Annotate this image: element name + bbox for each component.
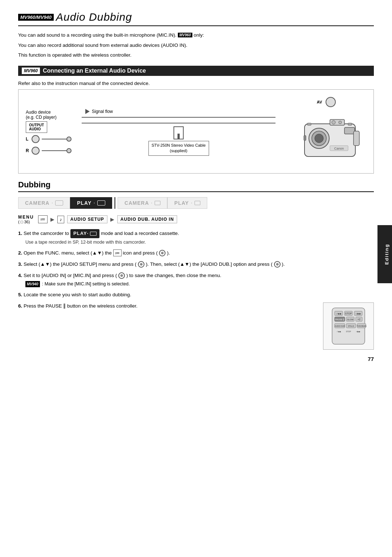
step-6: 6. Press the PAUSE ‖ button on the wirel… xyxy=(18,302,374,350)
title-model-badge: MV960/MV940 xyxy=(18,14,54,21)
circle-connector-R xyxy=(32,147,40,155)
step-2-number: 2. xyxy=(18,250,24,256)
svg-point-7 xyxy=(339,121,342,124)
steps-list: 1. Set the camcorder to PLAY· mode and l… xyxy=(18,229,374,350)
arrow-1-icon: ▶ xyxy=(50,216,54,222)
diagram-center: Signal flow STV-250N Stereo Video Cable … xyxy=(71,109,286,156)
diagram-right: AV xyxy=(286,97,366,167)
signal-flow: Signal flow xyxy=(85,109,113,114)
svg-rect-12 xyxy=(307,123,311,125)
svg-text:×2: ×2 xyxy=(358,318,360,321)
svg-rect-13 xyxy=(348,123,352,125)
circle-connector-L xyxy=(32,135,40,143)
diagram-inner: Audio device (e.g. CD player) OUTPUT AUD… xyxy=(26,97,366,167)
cable-label: STV-250N Stereo Video Cable (supplied) xyxy=(148,141,209,156)
diagram-left: Audio device (e.g. CD player) OUTPUT AUD… xyxy=(26,110,71,155)
step-6-text: 6. Press the PAUSE ‖ button on the wirel… xyxy=(18,302,316,310)
side-tab-label: Editing xyxy=(384,244,389,265)
menu-ref: ( □ 36) xyxy=(18,220,30,224)
mode-divider xyxy=(114,197,115,209)
step-3-text: Select (▲▼) the [AUDIO SETUP] menu and p… xyxy=(24,261,136,267)
svg-text:PAUSE ‖: PAUSE ‖ xyxy=(335,318,344,321)
step-4-text: Set it to [AUDIO IN] or [MIC.IN] and pre… xyxy=(24,273,117,278)
step-4-press-icon: ⊛ xyxy=(118,272,125,279)
svg-text:STOP: STOP xyxy=(346,330,351,333)
menu-icon: ≔ xyxy=(38,215,48,223)
remote-svg: -/◀◀ STOP +/▶▶ PAUSE ‖ SLOW ×2 xyxy=(327,306,370,346)
mv940-note-text: : Make sure the [MIC.IN] setting is sele… xyxy=(42,281,130,288)
step-1-text: Set the camcorder to xyxy=(24,231,70,236)
play-badge: PLAY· xyxy=(70,229,99,238)
connector-R: R xyxy=(26,147,71,155)
mv940-badge: MV940 xyxy=(25,281,40,288)
connector-L: L xyxy=(26,135,71,143)
mv960-badge-intro: MV960 xyxy=(178,33,192,37)
section1-badge: MV960 xyxy=(22,68,40,74)
func-menu-icon: ≔ xyxy=(113,249,122,256)
step-2: 2. Open the FUNC. menu, select (▲▼) the … xyxy=(18,249,374,257)
side-tab: Editing xyxy=(377,225,392,283)
cable-R xyxy=(42,150,71,151)
svg-text:SLOW: SLOW xyxy=(347,318,354,321)
title-area: MV960/MV940 Audio Dubbing xyxy=(18,11,374,26)
step-5: 5. Locate the scene you wish to start au… xyxy=(18,291,374,299)
camera-tape-label: CAMERA xyxy=(25,200,49,206)
intro-line1: You can add sound to a recording using t… xyxy=(18,31,374,39)
step-1-sub: Use a tape recorded in SP, 12-bit mode w… xyxy=(18,239,374,246)
step-2-text3: ). xyxy=(167,250,170,256)
svg-text:+/▶▶: +/▶▶ xyxy=(356,330,360,333)
camera-card-label: CAMERA xyxy=(124,200,149,206)
svg-rect-11 xyxy=(304,135,306,141)
signal-flow-label: Signal flow xyxy=(92,109,113,114)
arrow-right-icon xyxy=(85,109,90,114)
svg-text:AUDIO DUB: AUDIO DUB xyxy=(335,325,345,327)
step-6-number: 6. xyxy=(18,303,24,309)
tape-icon-2 xyxy=(97,200,105,206)
audio-icon: ♪ xyxy=(57,216,64,223)
cable-L xyxy=(42,139,71,139)
step-4-number: 4. xyxy=(18,273,24,278)
mode-play-tape: PLAY · xyxy=(70,197,112,209)
svg-text:-/◀◀: -/◀◀ xyxy=(336,330,340,333)
av-connector xyxy=(326,97,336,107)
card-icon-2 xyxy=(195,201,200,205)
menu-lines-icon: ≔ xyxy=(40,216,45,222)
camera-illustration: Canon xyxy=(286,109,366,167)
cable-line-top xyxy=(82,117,275,118)
dubbing-heading: Dubbing xyxy=(18,180,374,192)
remote-control-image: -/◀◀ STOP +/▶▶ PAUSE ‖ SLOW ×2 xyxy=(323,302,374,350)
av-label: AV xyxy=(317,100,322,104)
page-title: Audio Dubbing xyxy=(56,11,132,23)
step-1-number: 1. xyxy=(18,231,24,236)
mv940-note: MV940 : Make sure the [MIC.IN] setting i… xyxy=(18,281,374,288)
step-1: 1. Set the camcorder to PLAY· mode and l… xyxy=(18,229,374,246)
svg-point-3 xyxy=(315,134,323,143)
step-4: 4. Set it to [AUDIO IN] or [MIC.IN] and … xyxy=(18,272,374,288)
arrow-2-icon: ▶ xyxy=(110,216,114,222)
svg-text:STOP: STOP xyxy=(345,312,352,315)
play-tape-label: PLAY xyxy=(77,200,91,206)
svg-text:+/▶▶: +/▶▶ xyxy=(355,313,361,315)
cable-connector-icon xyxy=(173,126,184,139)
step-3-press-icon2: ⊛ xyxy=(274,261,281,268)
mode-bar: CAMERA · PLAY · CAMERA · PLAY · xyxy=(18,197,374,209)
menu-label: MENU xyxy=(18,215,34,220)
svg-text:STILLS: STILLS xyxy=(348,325,354,327)
section1-heading: MV960 Connecting an External Audio Devic… xyxy=(18,66,374,76)
page-container: Editing MV960/MV940 Audio Dubbing You ca… xyxy=(18,0,374,369)
diagram-box: Audio device (e.g. CD player) OUTPUT AUD… xyxy=(18,89,374,174)
tape-icon-1 xyxy=(55,200,63,206)
audio-setup-box: AUDIO SETUP xyxy=(67,215,107,223)
music-icon: ♪ xyxy=(60,217,62,222)
step-6-row: 6. Press the PAUSE ‖ button on the wirel… xyxy=(18,302,374,350)
section1-heading-text: Connecting an External Audio Device xyxy=(43,68,146,74)
step-5-number: 5. xyxy=(18,292,24,297)
step-3-text3: ). xyxy=(282,261,285,267)
section1-refer: Refer also to the instruction manual of … xyxy=(18,80,374,88)
step-3-press-icon: ⊛ xyxy=(138,261,144,268)
card-icon-1 xyxy=(155,201,160,205)
svg-rect-8 xyxy=(354,131,359,146)
svg-text:-/◀◀: -/◀◀ xyxy=(336,313,341,315)
connector-row: L R xyxy=(26,135,71,155)
step-3-number: 3. xyxy=(18,261,24,267)
